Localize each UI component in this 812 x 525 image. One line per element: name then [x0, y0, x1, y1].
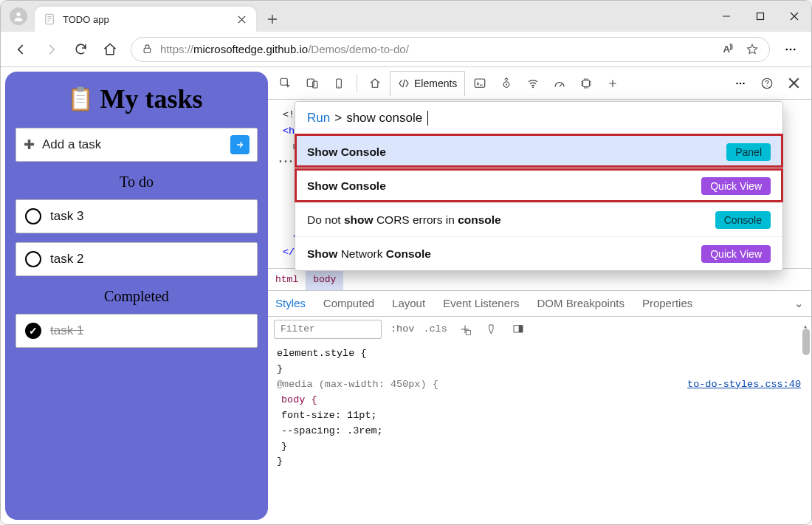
address-bar: https://microsoftedge.github.io/Demos/de… [1, 32, 811, 67]
profile-avatar[interactable] [10, 7, 27, 25]
command-item-network-console[interactable]: Show Network Console Quick View [295, 236, 782, 270]
command-prefix: Run [307, 111, 330, 126]
styles-tabs: Styles Computed Layout Event Listeners D… [268, 290, 811, 317]
memory-tab-icon[interactable] [574, 72, 598, 95]
devtools-help-icon[interactable] [755, 72, 779, 95]
inspect-icon[interactable] [274, 72, 297, 95]
nav-back-button[interactable] [8, 36, 35, 63]
settings-more-button[interactable] [777, 36, 804, 63]
command-input[interactable]: Run >show console [295, 102, 782, 134]
svg-rect-12 [78, 87, 84, 92]
network-tab-icon[interactable] [521, 72, 545, 95]
tab-elements[interactable]: Elements [390, 71, 465, 96]
scrollbar-thumb[interactable] [802, 329, 810, 355]
more-tabs-button[interactable] [601, 72, 625, 95]
svg-point-20 [338, 86, 339, 86]
task-label: task 3 [50, 209, 83, 224]
browser-tab[interactable]: TODO app [35, 7, 256, 32]
subtab-event-listeners[interactable]: Event Listeners [443, 291, 519, 316]
svg-point-0 [16, 13, 20, 16]
subtab-computed[interactable]: Computed [323, 291, 374, 316]
app-title-row: My tasks [16, 83, 258, 114]
tab-title: TODO app [63, 14, 228, 25]
performance-tab-icon[interactable] [548, 72, 571, 95]
task-checkbox-checked[interactable] [25, 323, 41, 339]
subtab-styles[interactable]: Styles [275, 291, 306, 316]
elements-tab-label: Elements [414, 78, 457, 89]
computed-sidebar-icon[interactable] [509, 320, 527, 338]
command-item-cors-errors[interactable]: Do not show CORS errors in console Conso… [295, 202, 782, 236]
add-task-input[interactable]: ✚ Add a task [16, 128, 258, 162]
svg-rect-31 [466, 330, 470, 334]
page-favicon-icon [44, 13, 55, 25]
tab-close-icon[interactable] [235, 13, 247, 25]
styles-toolbar: :hov .cls [268, 317, 811, 342]
welcome-tab-icon[interactable] [363, 72, 387, 95]
window-minimize-button[interactable] [709, 1, 743, 32]
section-completed-heading: Completed [16, 288, 258, 305]
subtab-layout[interactable]: Layout [392, 291, 425, 316]
badge-quickview: Quick View [701, 245, 771, 263]
subtab-dom-breakpoints[interactable]: DOM Breakpoints [537, 291, 625, 316]
new-style-rule-icon[interactable] [456, 320, 474, 338]
task-checkbox[interactable] [25, 208, 41, 224]
svg-rect-33 [518, 326, 522, 332]
breadcrumb-body[interactable]: body [306, 269, 343, 290]
favorite-icon[interactable] [746, 43, 759, 56]
devtools-more-icon[interactable] [729, 72, 752, 95]
console-tab-icon[interactable] [468, 72, 492, 95]
task-checkbox[interactable] [25, 251, 41, 267]
svg-rect-6 [144, 48, 151, 52]
elements-icon [398, 78, 410, 89]
nav-refresh-button[interactable] [67, 36, 94, 63]
section-todo-heading: To do [16, 174, 258, 191]
hov-toggle[interactable]: :hov [390, 323, 414, 334]
command-item-show-console-quickview[interactable]: Show Console Quick View [295, 168, 782, 202]
task-row-completed[interactable]: task 1 [16, 314, 258, 348]
svg-rect-11 [75, 91, 87, 109]
command-menu: Run >show console Show Console Panel Sho… [295, 101, 783, 271]
svg-point-9 [794, 48, 796, 50]
task-row[interactable]: task 3 [16, 199, 258, 233]
source-link[interactable]: to-do-styles.css:40 [687, 377, 801, 393]
command-item-show-console-panel[interactable]: Show Console Panel [295, 134, 782, 168]
read-aloud-icon[interactable]: A)) [723, 43, 732, 55]
subtab-properties[interactable]: Properties [642, 291, 692, 316]
svg-rect-5 [757, 13, 764, 20]
browser-window: TODO app https://microsoftedge.github.io… [0, 0, 812, 525]
device-toggle-icon[interactable] [300, 72, 324, 95]
task-row[interactable]: task 2 [16, 242, 258, 276]
new-tab-button[interactable] [262, 9, 283, 30]
styles-code[interactable]: element.style { } @media (max-width: 450… [268, 342, 811, 524]
svg-point-30 [766, 85, 768, 86]
app-title: My tasks [100, 83, 202, 114]
devtools-close-button[interactable] [782, 72, 805, 95]
window-close-button[interactable] [777, 1, 811, 32]
command-typed-text: show console [346, 111, 422, 126]
breadcrumb-html[interactable]: html [268, 269, 306, 290]
styles-filter-input[interactable] [274, 320, 382, 339]
svg-point-27 [740, 82, 741, 83]
nav-forward-button[interactable] [38, 36, 64, 63]
url-text: https://microsoftedge.github.io/Demos/de… [160, 43, 716, 55]
sources-tab-icon[interactable] [495, 72, 518, 95]
window-controls [709, 1, 811, 32]
paint-flash-icon[interactable] [483, 320, 500, 338]
nav-home-button[interactable] [97, 36, 123, 63]
cls-toggle[interactable]: .cls [423, 323, 447, 334]
task-label: task 1 [50, 323, 83, 338]
plus-icon: ✚ [24, 138, 35, 151]
svg-point-8 [790, 48, 792, 50]
window-maximize-button[interactable] [743, 1, 777, 32]
screencast-icon[interactable] [327, 72, 351, 95]
submit-task-button[interactable] [230, 135, 250, 154]
svg-rect-25 [583, 80, 590, 86]
svg-point-7 [785, 48, 788, 50]
url-input[interactable]: https://microsoftedge.github.io/Demos/de… [131, 37, 770, 62]
badge-quickview: Quick View [701, 177, 771, 195]
svg-rect-21 [475, 79, 486, 87]
chevron-down-icon[interactable]: ⌄ [794, 297, 804, 310]
devtools-toolbar: Elements [268, 67, 811, 100]
text-cursor [427, 111, 428, 126]
svg-rect-1 [46, 14, 54, 24]
